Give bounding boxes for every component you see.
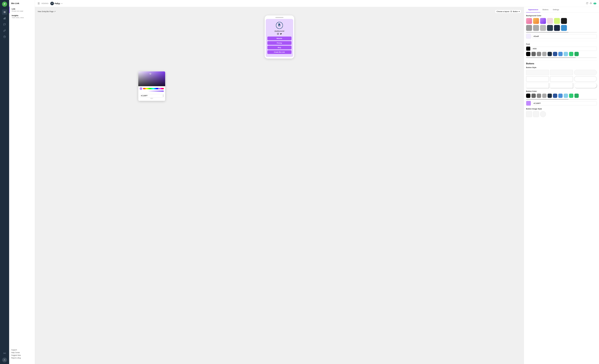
nav-item-link[interactable]: Link Design your page [9, 7, 35, 13]
color-gradient-handle[interactable] [150, 73, 151, 75]
layout-selector[interactable]: Choose a layout: ☰ Button ▾ [495, 10, 521, 13]
nav-item-insights[interactable]: Insights Track clicks, views [9, 13, 35, 20]
btn-swatch-blue1[interactable] [553, 94, 557, 98]
brand-chevron: ▾ [62, 2, 62, 4]
btn-color-input[interactable] [532, 101, 597, 105]
opacity-slider[interactable] [148, 90, 164, 92]
phone-btn-website[interactable]: Website [267, 36, 291, 40]
view-page-link[interactable]: View Smily.Bio Page ↗ [38, 10, 56, 12]
btn-color-preview[interactable] [526, 101, 531, 106]
btn-swatch-gray3[interactable] [542, 94, 546, 98]
swatch-navy[interactable] [554, 25, 560, 31]
sidebar-icon-support[interactable] [2, 34, 7, 39]
phone-mockup: @pallyysocial Website Pricing Blog Creat… [265, 16, 294, 59]
report-bug-link[interactable]: Report a Bug [11, 357, 33, 359]
sidebar-logo[interactable]: P [2, 2, 7, 7]
font-swatch-blue2[interactable] [558, 52, 563, 56]
hue-slider[interactable] [143, 88, 164, 89]
support-link[interactable]: Support [11, 349, 33, 351]
view-page-bar: View Smily.Bio Page ↗ Choose a layout: ☰… [38, 10, 521, 13]
font-swatch-lightblue[interactable] [564, 52, 568, 56]
btn-style-shadow-rounded[interactable] [574, 83, 597, 88]
layout-chevron: ▾ [519, 10, 520, 12]
sidebar-avatar[interactable] [2, 357, 7, 362]
sidebar-icon-chat[interactable] [2, 22, 7, 27]
btn-style-rounded-1[interactable] [574, 70, 597, 75]
btn-style-outline-rounded[interactable] [574, 76, 597, 82]
btn-swatch-black[interactable] [526, 94, 530, 98]
font-swatch-black[interactable] [526, 52, 530, 56]
sidebar-icon-grid[interactable]: ⊞ [2, 9, 7, 15]
btn-swatch-dark[interactable] [547, 94, 552, 98]
btn-image-rounded-square[interactable] [533, 111, 539, 117]
suggest-idea-link[interactable]: Suggest Idea [11, 354, 33, 356]
btn-swatch-gray1[interactable] [531, 94, 536, 98]
swatch-dark-blue[interactable] [547, 25, 553, 31]
btn-image-square[interactable] [526, 111, 532, 117]
sidebar-icon-chart[interactable] [2, 16, 7, 21]
btn-style-shadow-2[interactable] [550, 83, 573, 88]
btn-style-shadow-1[interactable] [526, 83, 549, 88]
font-swatch-blue1[interactable] [553, 52, 557, 56]
btn-swatch-lightblue[interactable] [564, 94, 568, 98]
phone-btn-blog[interactable]: Blog [267, 46, 291, 49]
bg-color-preview[interactable] [526, 34, 531, 39]
btn-swatch-green1[interactable] [569, 94, 573, 98]
menu-icon[interactable]: ☰ [38, 2, 40, 5]
swatch-light-pink[interactable] [547, 18, 553, 24]
hex-arrow-up[interactable]: ▲ [163, 94, 164, 96]
btn-image-circle[interactable] [540, 111, 546, 117]
swatch-blue[interactable] [561, 25, 567, 31]
list-icon: ☰ [510, 10, 512, 12]
color-picker-popup[interactable]: #C189FF ▲ ▼ HEX [138, 71, 165, 101]
svg-point-5 [4, 353, 5, 354]
btn-style-outline-1[interactable] [526, 76, 549, 82]
color-gradient-area[interactable] [138, 71, 165, 86]
sidebar-icon-link[interactable] [2, 28, 7, 33]
layout-label: Choose a layout: [497, 10, 510, 12]
left-panel-bottom: Support Help Center Suggest Idea Report … [9, 347, 35, 362]
btn-swatch-green2[interactable] [574, 94, 579, 98]
btn-color-section-label: Button Color [526, 90, 597, 92]
sidebar-icon-settings[interactable] [2, 351, 7, 356]
btn-image-style-label: Button Image Style [526, 108, 597, 110]
tab-settings[interactable]: Settings [551, 7, 561, 12]
font-swatch-green2[interactable] [574, 52, 579, 56]
swatch-black[interactable] [561, 18, 567, 24]
swatch-orange[interactable] [533, 18, 539, 24]
font-swatch-green1[interactable] [569, 52, 573, 56]
btn-swatch-gray2[interactable] [537, 94, 541, 98]
swatch-purple-gradient[interactable] [540, 18, 546, 24]
svg-rect-1 [4, 18, 5, 19]
btn-style-sharp-1[interactable] [526, 70, 549, 75]
hex-arrow-down[interactable]: ▼ [163, 96, 164, 97]
help-center-link[interactable]: Help Center [11, 352, 33, 354]
tab-appearance[interactable]: Appearance [526, 7, 540, 12]
font-swatch-gray1[interactable] [531, 52, 536, 56]
btn-swatch-blue2[interactable] [558, 94, 563, 98]
swatch-gray3[interactable] [540, 25, 546, 31]
font-swatch-gray3[interactable] [542, 52, 546, 56]
swatch-lime[interactable] [554, 18, 560, 24]
font-color-preview[interactable] [526, 46, 530, 51]
color-hex-input[interactable]: #C189FF [140, 94, 162, 97]
swatch-gray1[interactable] [526, 25, 532, 31]
phone-btn-create-bio-link[interactable]: Create Bio Link [267, 50, 291, 54]
font-swatch-gray2[interactable] [537, 52, 541, 56]
font-swatch-dark[interactable] [547, 52, 552, 56]
refresh-icon[interactable] [586, 2, 588, 5]
swatch-gray2[interactable] [533, 25, 539, 31]
right-panel: Appearance Buttons Settings Background C… [524, 7, 599, 364]
brand-selector[interactable]: P Pallyy ▾ [50, 2, 62, 5]
tab-buttons[interactable]: Buttons [540, 7, 551, 12]
font-color-input[interactable] [531, 47, 597, 51]
btn-style-sharp-2[interactable] [550, 70, 573, 75]
bg-color-input[interactable] [532, 34, 597, 38]
brand-name: Pallyy [55, 2, 60, 5]
notification-icon[interactable] [590, 2, 592, 5]
swatch-pink[interactable] [526, 18, 532, 24]
phone-btn-pricing[interactable]: Pricing [267, 41, 291, 45]
divider-2 [526, 60, 597, 60]
btn-style-outline-2[interactable] [550, 76, 573, 82]
btn-color-swatches [526, 94, 597, 98]
